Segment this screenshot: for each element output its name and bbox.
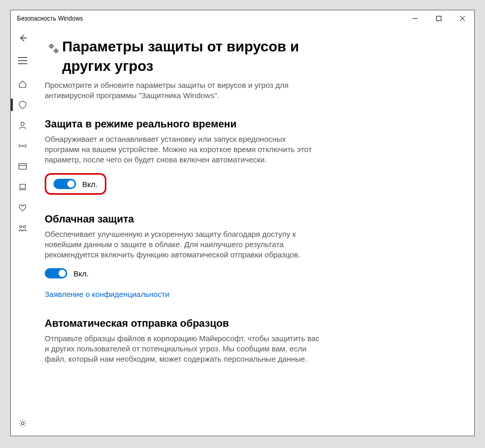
svg-rect-11 [20, 184, 26, 189]
realtime-toggle[interactable] [53, 179, 76, 189]
menu-button[interactable] [11, 49, 34, 72]
realtime-toggle-row: Вкл. [53, 179, 98, 189]
realtime-toggle-label: Вкл. [82, 180, 98, 189]
window-body: Параметры защиты от вирусов и других угр… [11, 27, 474, 436]
minimize-icon [413, 16, 418, 21]
realtime-title: Защита в режиме реального времени [45, 118, 322, 130]
minimize-button[interactable] [403, 10, 427, 27]
shield-icon [18, 100, 27, 109]
realtime-toggle-highlight: Вкл. [45, 173, 106, 195]
nav-settings[interactable] [11, 413, 34, 434]
svg-rect-9 [19, 164, 26, 170]
nav-virus-protection[interactable] [11, 95, 34, 115]
laptop-icon [18, 182, 27, 192]
nav-account-protection[interactable] [11, 115, 34, 136]
app-window-icon [18, 162, 27, 171]
antenna-icon [18, 141, 27, 151]
nav-home[interactable] [11, 74, 34, 95]
nav-family[interactable] [11, 218, 34, 238]
cloud-toggle-label: Вкл. [73, 269, 89, 278]
samples-title: Автоматическая отправка образцов [45, 318, 322, 329]
samples-description: Отправьте образцы файлов в корпорацию Ма… [45, 333, 322, 364]
close-icon [460, 16, 465, 21]
nav-app-browser[interactable] [11, 156, 34, 177]
nav-firewall[interactable] [11, 136, 34, 156]
close-button[interactable] [451, 10, 474, 27]
person-icon [18, 121, 27, 130]
svg-point-14 [21, 422, 24, 424]
window-title: Безопасность Windows [17, 15, 403, 22]
svg-rect-1 [437, 16, 441, 21]
home-icon [18, 80, 27, 89]
nav-device-security[interactable] [11, 177, 34, 197]
nav-device-health[interactable] [11, 197, 34, 218]
back-button[interactable] [11, 27, 34, 49]
back-arrow-icon [18, 33, 27, 43]
svg-point-15 [50, 45, 52, 47]
realtime-description: Обнаруживает и останавливает установку и… [45, 134, 322, 165]
maximize-icon [436, 16, 441, 21]
main-content[interactable]: Параметры защиты от вирусов и других угр… [34, 27, 474, 436]
page-description: Просмотрите и обновите параметры защиты … [45, 80, 302, 101]
section-realtime: Защита в режиме реального времени Обнару… [45, 118, 322, 195]
hamburger-icon [18, 57, 27, 64]
family-icon [18, 223, 27, 233]
titlebar: Безопасность Windows [11, 10, 474, 27]
svg-point-8 [22, 145, 23, 146]
svg-point-16 [55, 50, 57, 52]
sidebar [11, 27, 34, 436]
cloud-toggle-row: Вкл. [45, 268, 322, 278]
page-title: Параметры защиты от вирусов и других угр… [62, 37, 319, 76]
svg-point-7 [21, 122, 24, 125]
app-window: Безопасность Windows [10, 10, 475, 436]
cloud-description: Обеспечивает улучшенную и ускоренную защ… [45, 229, 322, 260]
privacy-statement-link[interactable]: Заявление о конфиденциальности [45, 290, 170, 298]
heart-icon [18, 203, 27, 212]
svg-point-13 [23, 226, 26, 228]
nav-list [11, 74, 34, 238]
gear-icon [18, 419, 27, 428]
header-icon-wrap [45, 37, 62, 54]
cloud-title: Облачная защита [45, 213, 322, 225]
section-cloud: Облачная защита Обеспечивает улучшенную … [45, 213, 322, 299]
page-header: Параметры защиты от вирусов и других угр… [45, 37, 462, 76]
cloud-toggle[interactable] [45, 268, 67, 278]
maximize-button[interactable] [427, 10, 451, 27]
svg-point-12 [20, 226, 22, 228]
section-samples: Автоматическая отправка образцов Отправь… [45, 318, 322, 364]
gears-icon [47, 42, 60, 54]
